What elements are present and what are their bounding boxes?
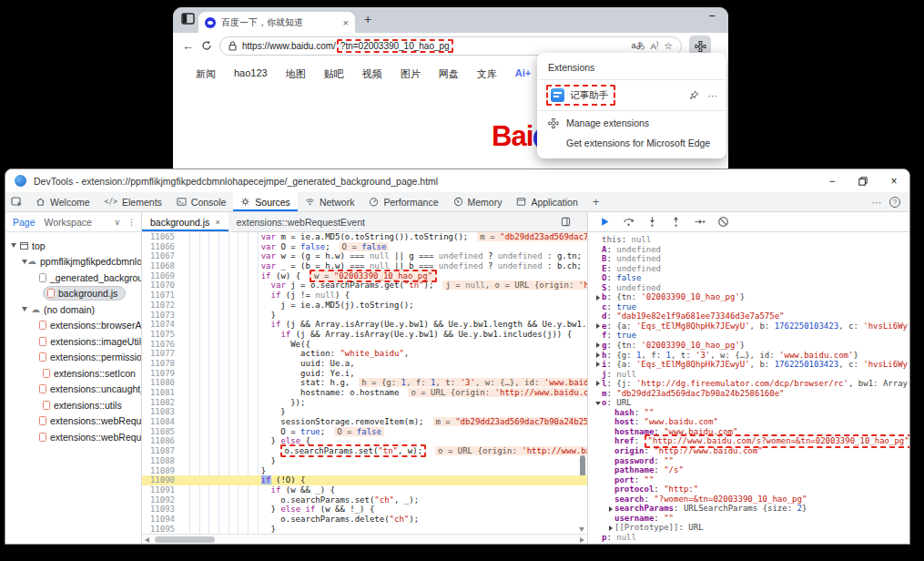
favorites-star-icon[interactable]: ☆ — [664, 40, 673, 52]
tab-close-icon[interactable]: × — [343, 17, 349, 28]
scroll-left-icon[interactable] — [145, 537, 149, 543]
code-line[interactable]: 11070 var j = o.searchParams.get("tn");j… — [142, 280, 587, 291]
line-number[interactable]: 11082 — [142, 398, 182, 408]
scope-item[interactable]: B: undefined — [588, 254, 910, 264]
tab-actions-icon[interactable] — [181, 13, 195, 25]
scope-item[interactable]: O: false — [588, 273, 910, 283]
devtools-tab-sources[interactable]: Sources — [233, 192, 298, 211]
line-number[interactable]: 11076 — [142, 340, 182, 350]
scope-item[interactable]: protocol: "http:" — [588, 484, 910, 495]
line-number[interactable]: 11084 — [142, 417, 182, 427]
scope-item[interactable]: search: "?women=&tn=02003390_10_hao_pg" — [588, 495, 910, 505]
tree-item-extensions-uncaught-ex-[interactable]: extensions::uncaught_ex... — [5, 382, 141, 398]
editor-tab-background-js[interactable]: background.js× — [142, 212, 228, 231]
scroll-right-icon[interactable] — [580, 537, 584, 543]
scope-expander-icon[interactable] — [594, 352, 602, 358]
code-line[interactable]: 11081 hostname: o.hostnameo = URL {origi… — [142, 388, 587, 398]
editor-tab-close-icon[interactable]: × — [215, 218, 219, 227]
line-number[interactable]: 11092 — [142, 495, 182, 505]
nav-link[interactable]: hao123 — [234, 67, 268, 81]
tree-expander-icon[interactable] — [22, 307, 27, 311]
devtools-menu-icon[interactable]: ⋯ — [872, 197, 882, 208]
line-number[interactable]: 11080 — [142, 378, 182, 388]
scope-item[interactable]: b: {tn: '02003390_10_hao_pg'} — [588, 292, 910, 302]
scope-item[interactable]: e: {a: 'Eqs_tElMg8QhpHk7JEwyU', b: 17622… — [588, 321, 910, 332]
refresh-icon[interactable] — [201, 40, 212, 51]
line-number[interactable]: 11078 — [142, 359, 182, 369]
scope-item[interactable]: i: {a: 'Eqs_tElMg8QhpHk7JEwyU', b: 17622… — [588, 360, 910, 370]
code-line[interactable]: 11080 stat: h.g,h = {g: 1, f: 1, t: '3',… — [142, 378, 587, 388]
line-number[interactable]: 11095 — [142, 525, 182, 534]
horizontal-scrollbar[interactable] — [142, 534, 587, 545]
resume-button[interactable] — [599, 216, 611, 228]
devtools-tab-welcome[interactable]: Welcome — [28, 192, 97, 211]
scope-item[interactable]: o: URL — [588, 398, 910, 408]
tree-item-extensions-seticon[interactable]: extensions::setIcon — [5, 365, 141, 382]
devtools-restore-button[interactable] — [848, 169, 878, 192]
editor-overflow-icon[interactable] — [561, 217, 571, 227]
scope-item[interactable]: E: undefined — [588, 264, 910, 274]
horizontal-scroll-thumb[interactable] — [155, 536, 215, 543]
scope-item[interactable]: A: undefined — [588, 245, 910, 255]
devtools-close-button[interactable]: × — [878, 169, 909, 192]
deactivate-breakpoints-button[interactable] — [717, 216, 729, 228]
scope-expander-icon[interactable] — [594, 402, 602, 405]
tree-item-extensions-webrequest-[interactable]: extensions::webRequest... — [5, 429, 141, 445]
code-line[interactable]: 11091 if (w && _) { — [142, 485, 587, 495]
code-line[interactable]: 11075 if (j && Array.isArray(Ue.y.bw1) &… — [142, 330, 587, 340]
step-over-button[interactable] — [623, 216, 635, 228]
scope-item[interactable]: l: {j: 'http://dg.fireemulator.com/dcp/b… — [588, 379, 910, 389]
scope-expander-icon[interactable] — [594, 342, 602, 348]
tree-item-extensions-utils[interactable]: extensions::utils — [5, 397, 141, 413]
tree-item-extensions-browseraction[interactable]: extensions::browserAction — [5, 318, 141, 334]
nav-link[interactable]: 图片 — [401, 67, 421, 81]
browser-minimize-button[interactable]: − — [708, 9, 716, 23]
code-line[interactable]: 11067 var w = (g = h.w) === null || g ==… — [142, 251, 587, 261]
scope-expander-icon[interactable] — [594, 381, 602, 386]
back-button[interactable]: ← — [182, 39, 194, 53]
scope-expander-icon[interactable] — [606, 506, 614, 512]
code-line[interactable]: 11076 We({ — [142, 340, 587, 350]
scope-expander-icon[interactable] — [594, 295, 602, 301]
devtools-tab-network[interactable]: Network — [298, 192, 362, 211]
scope-item[interactable]: h: {g: 1, f: 1, t: '3', w: {…}, id: 'www… — [588, 351, 910, 361]
devtools-tab-memory[interactable]: Memory — [446, 192, 510, 211]
code-line[interactable]: 11083 } — [142, 407, 587, 417]
scope-item[interactable]: p: null — [588, 533, 910, 543]
scope-item[interactable]: g: {tn: '02003390_10_hao_pg'} — [588, 341, 910, 351]
code-line[interactable]: 11073 } — [142, 311, 587, 321]
help-icon[interactable]: ? — [889, 197, 900, 208]
code-line[interactable]: 11078 uuid: Ue.a, — [142, 359, 587, 369]
scope-item[interactable]: j: null — [588, 370, 910, 380]
line-number[interactable]: 11079 — [142, 369, 182, 379]
nav-link[interactable]: Ai+ — [515, 67, 531, 81]
line-number[interactable]: 11074 — [142, 320, 182, 330]
extension-item[interactable]: 记事助手 ⋯ — [537, 80, 726, 110]
scope-expander-icon[interactable] — [594, 362, 602, 367]
tree-item-background-js[interactable]: background.js — [5, 286, 141, 302]
get-extensions-item[interactable]: Get extensions for Microsoft Edge — [537, 135, 726, 157]
line-number[interactable]: 11077 — [142, 349, 182, 359]
code-line[interactable]: 11077 action: "white_baidu", — [142, 349, 587, 359]
scope-item[interactable]: c: true — [588, 302, 910, 312]
nav-link[interactable]: 视频 — [362, 67, 382, 81]
step-out-button[interactable] — [670, 216, 682, 228]
scope-item[interactable]: f: true — [588, 331, 910, 341]
scope-item[interactable]: hash: "" — [588, 408, 910, 418]
code-line[interactable]: 11092 o.searchParams.set("ch", _); — [142, 495, 587, 505]
scope-item[interactable]: this: null — [588, 235, 910, 245]
code-line[interactable]: 11094 o.searchParams.delete("ch"); — [142, 515, 587, 525]
scope-item[interactable]: [[Prototype]]: URL — [588, 523, 910, 533]
line-number[interactable]: 11083 — [142, 407, 182, 417]
code-line[interactable]: 11084 sessionStorage.removeItem(m);m = "… — [142, 417, 587, 427]
code-line[interactable]: 11065 var m = ie.a.MD5(o.toString()).toS… — [142, 232, 587, 242]
code-line[interactable]: 11071 if (j != null) { — [142, 291, 587, 301]
tree-item-top[interactable]: top — [5, 238, 141, 254]
devtools-tab-elements[interactable]: </>Elements — [97, 192, 169, 211]
scope-item[interactable]: password: "" — [588, 456, 910, 466]
scope-item[interactable]: searchParams: URLSearchParams {size: 2} — [588, 504, 910, 514]
devtools-tab-performance[interactable]: Performance — [361, 192, 445, 211]
tree-item--no-domain-[interactable]: ☁(no domain) — [5, 301, 141, 318]
code-line[interactable]: 11074 if (j && Array.isArray(Ue.y.bw1) &… — [142, 320, 587, 330]
code-line[interactable]: 11082 }); — [142, 398, 587, 408]
